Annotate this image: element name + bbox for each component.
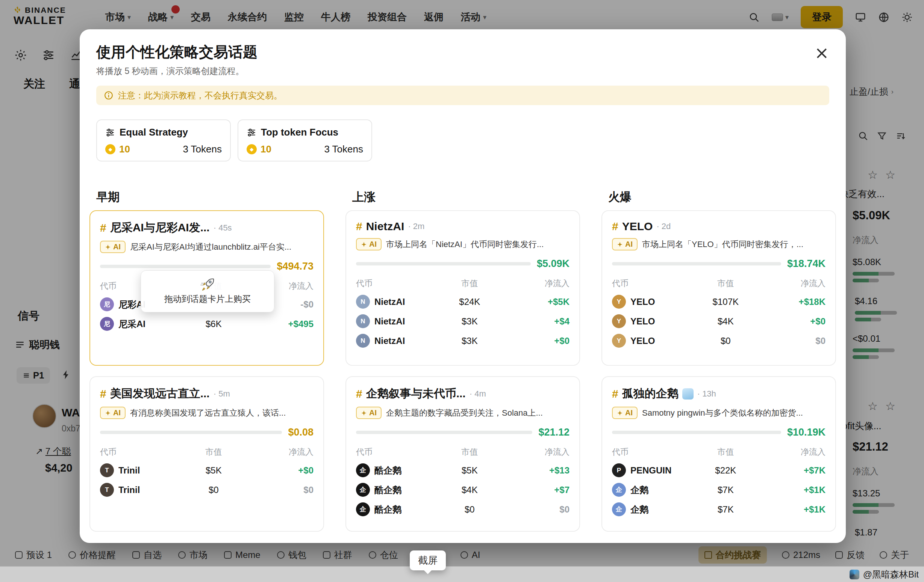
close-icon[interactable] — [814, 46, 829, 61]
ai-badge-label: AI — [369, 409, 377, 417]
progress-track — [356, 262, 531, 265]
strategy-card-top-token[interactable]: Top token Focus ◆ 10 3 Tokens — [238, 119, 372, 161]
token-marketcap: $7K — [695, 485, 757, 495]
token-row[interactable]: 企 企鹅 $7K +$1K — [612, 483, 825, 497]
strategy-amount: 10 — [119, 143, 130, 155]
system-taskbar: @黑暗森林Bit — [0, 566, 924, 582]
header-token: 代币 — [356, 278, 439, 289]
coin-icon: ◆ — [247, 144, 257, 155]
token-rows: P PENGUIN $22K +$7K 企 企鹅 $7K +$1K 企 企鹅 $… — [612, 464, 825, 516]
coin-icon: ◆ — [105, 144, 116, 155]
token-rows: N NietzAI $24K +$5K N NietzAI $3K +$4 N … — [356, 295, 569, 348]
token-name: YELO — [630, 316, 655, 327]
token-icon: 企 — [612, 483, 626, 497]
screenshot-button[interactable]: 截屏 — [410, 551, 446, 570]
token-name: Trinil — [119, 485, 140, 495]
token-table-header: 代币 市值 净流入 — [356, 446, 569, 458]
token-marketcap: $0 — [439, 504, 501, 515]
progress-track — [612, 431, 781, 434]
token-row[interactable]: 企 酷企鹅 $0 $0 — [356, 502, 569, 516]
progress-track — [100, 431, 282, 434]
token-row[interactable]: 企 酷企鹅 $5K +$13 — [356, 464, 569, 477]
token-row[interactable]: 尼 尼采AI $6K +$495 — [100, 317, 314, 331]
topic-title: 美国发现远古直立... — [110, 386, 210, 401]
token-inflow: +$0 — [501, 336, 569, 346]
ai-badge: AI — [612, 407, 638, 419]
topic-card[interactable]: # YELO · 2d AI 市场上同名「YELO」代币同时密集发行，... $… — [601, 210, 836, 366]
topic-card[interactable]: # NietzAI · 2m AI 市场上同名「NietzAI」代币同时密集发行… — [345, 210, 580, 366]
ai-sparkle-icon — [617, 242, 623, 247]
topic-card[interactable]: # 企鹅叙事与未代币... · 4m AI 企鹅主题的数字藏品受到关注，Sola… — [345, 376, 580, 532]
hash-icon: # — [612, 388, 619, 400]
token-table-header: 代币 市值 净流入 — [100, 446, 314, 458]
token-marketcap: $7K — [695, 504, 757, 515]
demo-notice-banner: 注意：此为演示教程，不会执行真实交易。 — [96, 85, 829, 105]
token-row[interactable]: 企 企鹅 $7K +$1K — [612, 502, 825, 516]
token-marketcap: $22K — [695, 465, 757, 476]
token-name: 企鹅 — [630, 484, 648, 496]
progress-track — [100, 265, 271, 268]
ai-sparkle-icon — [617, 410, 623, 416]
column-title: 上涨 — [352, 190, 580, 204]
token-row[interactable]: P PENGUIN $22K +$7K — [612, 464, 825, 477]
token-inflow: +$0 — [757, 316, 825, 327]
topic-card[interactable]: # 尼采AI与尼彩AI发... · 45s AI 尼采AI与尼彩AI均通过lau… — [89, 210, 324, 366]
strategy-sliders-icon — [105, 128, 115, 137]
token-marketcap: $3K — [439, 316, 501, 327]
header-token: 代币 — [100, 446, 183, 458]
token-name: 酷企鹅 — [375, 503, 401, 516]
strategy-name: Top token Focus — [261, 127, 338, 138]
token-table-header: 代币 市值 净流入 — [356, 278, 569, 289]
token-name: Trinil — [119, 465, 140, 476]
token-name: 酷企鹅 — [375, 484, 401, 496]
token-row[interactable]: Y YELO $0 $0 — [612, 334, 825, 348]
topic-columns: 早期 # 尼采AI与尼彩AI发... · 45s AI 尼采AI与尼彩AI均通过… — [89, 190, 836, 542]
token-name: 企鹅 — [630, 503, 648, 516]
strategy-card-equal[interactable]: Equal Strategy ◆ 10 3 Tokens — [96, 119, 231, 161]
ai-badge-label: AI — [625, 240, 633, 248]
token-row[interactable]: Y YELO $4K +$0 — [612, 314, 825, 328]
token-row[interactable]: N NietzAI $3K +$4 — [356, 314, 569, 328]
topic-title: 孤独的企鹅 — [622, 386, 678, 401]
token-inflow: $0 — [245, 485, 314, 495]
token-icon: N — [356, 334, 370, 348]
token-icon: 企 — [356, 483, 370, 497]
token-marketcap: $24K — [439, 297, 501, 307]
token-row[interactable]: Y YELO $107K +$18K — [612, 295, 825, 309]
ai-badge-label: AI — [625, 409, 633, 417]
token-inflow: +$18K — [757, 297, 825, 307]
strategy-demo-modal: 使用个性化策略交易话题 将播放 5 秒动画，演示策略创建流程。 注意：此为演示教… — [80, 29, 846, 543]
topic-card[interactable]: # 美国发现远古直立... · 5m AI 有消息称美国发现了远古直立猿人，该话… — [89, 376, 324, 532]
token-row[interactable]: T Trinil $0 $0 — [100, 483, 314, 497]
token-marketcap: $107K — [695, 297, 757, 307]
rocket-icon — [200, 278, 215, 291]
token-row[interactable]: T Trinil $5K +$0 — [100, 464, 314, 477]
token-marketcap: $6K — [183, 319, 245, 329]
topic-column: 早期 # 尼采AI与尼彩AI发... · 45s AI 尼采AI与尼彩AI均通过… — [89, 190, 324, 542]
header-marketcap: 市值 — [695, 446, 757, 458]
token-icon: 企 — [612, 502, 626, 516]
topic-title: YELO — [622, 220, 653, 233]
token-row[interactable]: 企 酷企鹅 $4K +$7 — [356, 483, 569, 497]
token-row[interactable]: N NietzAI $3K +$0 — [356, 334, 569, 348]
ai-badge: AI — [100, 407, 125, 419]
strategy-cards: Equal Strategy ◆ 10 3 Tokens Top token F… — [96, 119, 372, 161]
topic-description: 市场上同名「NietzAI」代币同时密集发行... — [386, 239, 544, 250]
token-row[interactable]: N NietzAI $24K +$5K — [356, 295, 569, 309]
token-name: YELO — [630, 336, 655, 346]
token-marketcap: $5K — [439, 465, 501, 476]
topic-card[interactable]: # 孤独的企鹅 · 13h AI Samotny pingwin与多个类似名称的… — [601, 376, 836, 532]
token-table-header: 代币 市值 净流入 — [612, 278, 825, 289]
ai-badge: AI — [100, 241, 125, 253]
topic-age: · 4m — [470, 389, 486, 399]
screen: BINANCE WALLET 市场 ▾ 战略 ▾ 交易 永续合约 监控 牛人榜 … — [0, 0, 924, 582]
info-icon — [104, 90, 114, 100]
ai-badge-label: AI — [113, 409, 120, 417]
topic-description: 企鹅主题的数字藏品受到关注，Solana上... — [386, 408, 543, 419]
drag-to-buy-tooltip[interactable]: 拖动到话题卡片上购买 — [140, 270, 274, 312]
token-inflow: +$13 — [501, 465, 569, 476]
app-logo-icon — [850, 570, 859, 579]
header-inflow: 净流入 — [245, 446, 314, 458]
token-name: YELO — [630, 297, 655, 307]
ai-sparkle-icon — [361, 410, 367, 416]
